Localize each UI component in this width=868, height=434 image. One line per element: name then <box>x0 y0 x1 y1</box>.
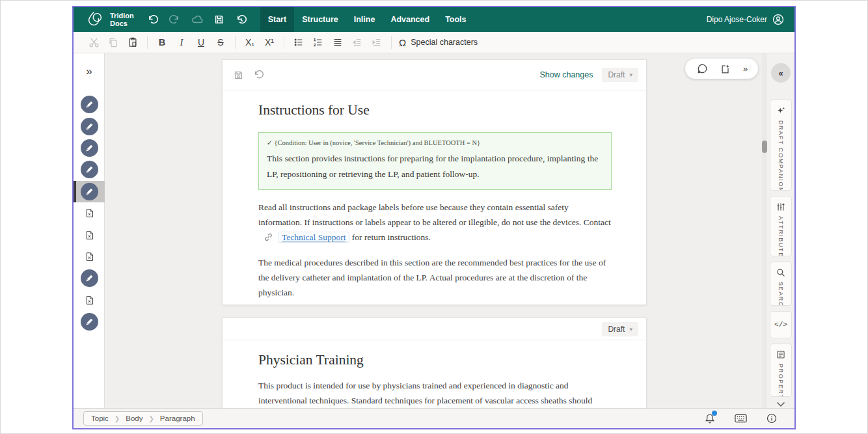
screenshot-canvas: Tridion Docs StartStructureInlineAdvance… <box>0 0 868 434</box>
paragraph-1[interactable]: Read all instructions and package labels… <box>258 200 612 245</box>
justify-icon[interactable] <box>328 34 347 51</box>
rail-collapse-button[interactable]: « <box>771 63 791 83</box>
outdent-icon[interactable] <box>347 34 367 51</box>
tab-draft-companion[interactable]: DRAFT COMPANION <box>770 100 792 191</box>
code-icon: </> <box>774 321 787 329</box>
paragraph-2[interactable]: The medical procedures described in this… <box>258 255 612 301</box>
keyboard-icon <box>735 414 747 423</box>
topic-list <box>74 94 105 332</box>
section-title[interactable]: Instructions for Use <box>258 102 612 118</box>
show-changes-link[interactable]: Show changes <box>539 70 593 79</box>
special-characters-button[interactable]: Ω Special characters <box>399 37 478 48</box>
menu-tools[interactable]: Tools <box>437 7 474 32</box>
rail-scroll-down-button[interactable] <box>767 401 794 407</box>
copy-icon[interactable] <box>103 34 123 51</box>
tab-attributes[interactable]: ATTRIBUTES <box>770 196 792 256</box>
redo-icon[interactable] <box>165 10 185 29</box>
technical-support-link[interactable]: Technical Support <box>278 232 349 243</box>
save-icon[interactable] <box>210 10 229 29</box>
topic-item-edit[interactable] <box>74 267 105 289</box>
section-header: Show changes Draft ▾ <box>223 60 646 90</box>
svg-text:1: 1 <box>314 38 316 42</box>
toolbar-separator <box>147 36 148 49</box>
menu-start[interactable]: Start <box>260 7 294 32</box>
info-button[interactable] <box>766 413 777 424</box>
avatar-icon <box>772 14 784 25</box>
sidebar-expand-button[interactable]: » <box>74 65 105 78</box>
topic-item-edit[interactable] <box>74 311 105 332</box>
status-dropdown[interactable]: Draft ▾ <box>602 68 638 82</box>
scrollbar-thumb[interactable] <box>762 141 767 153</box>
section-header-icons <box>234 70 264 80</box>
tab-properties[interactable]: PROPERTIES <box>770 344 792 397</box>
tab-label: ATTRIBUTES <box>778 216 784 256</box>
topic-item-edit[interactable] <box>74 159 105 180</box>
bold-button[interactable]: B <box>152 34 172 51</box>
file-x-icon <box>85 252 94 262</box>
condition-check-icon: ✓ <box>267 139 273 146</box>
numbered-list-icon[interactable]: 12 <box>308 34 328 51</box>
menu-inline[interactable]: Inline <box>346 7 383 32</box>
subscript-button[interactable]: X₁ <box>240 34 260 51</box>
breadcrumb-paragraph[interactable]: Paragraph <box>154 414 201 422</box>
topic-item-edit[interactable] <box>74 115 105 137</box>
paste-icon[interactable] <box>123 34 142 51</box>
section-body[interactable]: Instructions for Use ✓ {Condition: User … <box>223 102 646 300</box>
brand-text: Tridion Docs <box>110 12 134 27</box>
breadcrumb-topic[interactable]: Topic <box>85 414 115 422</box>
superscript-button[interactable]: X¹ <box>260 34 279 51</box>
cut-icon[interactable] <box>84 34 103 51</box>
toolbar-separator <box>235 36 236 49</box>
chevron-down-icon: ▾ <box>629 72 632 78</box>
topic-item-edit[interactable] <box>74 181 105 202</box>
indent-icon[interactable] <box>367 34 387 51</box>
annotate-page-icon[interactable] <box>720 64 731 74</box>
svg-text:2: 2 <box>314 43 316 47</box>
menu-advanced[interactable]: Advanced <box>383 7 437 32</box>
condition-paragraph[interactable]: This section provides instructions for p… <box>267 151 603 182</box>
section-save-icon[interactable] <box>234 70 243 80</box>
topbar-actions <box>143 7 251 32</box>
edit-pencil-icon <box>81 183 98 200</box>
comment-icon[interactable] <box>697 63 708 74</box>
sliders-icon <box>776 202 785 211</box>
topic-item-edit[interactable] <box>74 137 105 159</box>
user-account[interactable]: Dipo Ajose-Coker <box>707 7 794 32</box>
pill-more-icon[interactable]: » <box>743 64 746 74</box>
edit-pencil-icon <box>81 118 98 135</box>
special-characters-label: Special characters <box>411 38 478 47</box>
breadcrumb-body[interactable]: Body <box>120 414 148 422</box>
brand-line-1: Tridion <box>110 12 134 20</box>
topic-item-file[interactable] <box>74 202 105 224</box>
status-dropdown[interactable]: Draft ▾ <box>602 322 638 336</box>
search-icon <box>776 268 785 277</box>
topic-item-file[interactable] <box>74 246 105 267</box>
history-icon[interactable] <box>232 10 251 29</box>
tab-search[interactable]: SEARCH <box>770 262 792 306</box>
app-window: Tridion Docs StartStructureInlineAdvance… <box>72 6 796 429</box>
paragraph-1-text: Read all instructions and package labels… <box>258 202 611 227</box>
cloud-publish-icon[interactable] <box>187 10 207 29</box>
section-body[interactable]: Physician Training This product is inten… <box>223 352 646 408</box>
keyboard-shortcuts-button[interactable] <box>735 414 747 423</box>
topic-item-file[interactable] <box>74 224 105 245</box>
topic-item-file[interactable] <box>74 290 105 311</box>
notifications-button[interactable] <box>705 413 715 424</box>
notification-dot <box>712 411 717 416</box>
section-title[interactable]: Physician Training <box>258 352 612 368</box>
chevron-down-icon: ▾ <box>629 326 632 332</box>
italic-button[interactable]: I <box>172 34 191 51</box>
section-undo-icon[interactable] <box>253 70 264 80</box>
vertical-scrollbar[interactable] <box>762 53 767 409</box>
paragraph-1[interactable]: This product is intended for use by phys… <box>258 378 612 408</box>
bullet-list-icon[interactable] <box>289 34 308 51</box>
tab-source-code[interactable]: </> <box>770 311 792 338</box>
edit-pencil-icon <box>81 96 98 113</box>
condition-block[interactable]: ✓ {Condition: User in (novice, 'Service … <box>258 132 612 190</box>
menu-structure[interactable]: Structure <box>294 7 346 32</box>
undo-icon[interactable] <box>143 10 163 29</box>
topic-item-edit[interactable] <box>74 94 105 115</box>
strikethrough-button[interactable]: S <box>211 34 230 51</box>
underline-button[interactable]: U <box>191 34 211 51</box>
status-label: Draft <box>608 325 625 334</box>
